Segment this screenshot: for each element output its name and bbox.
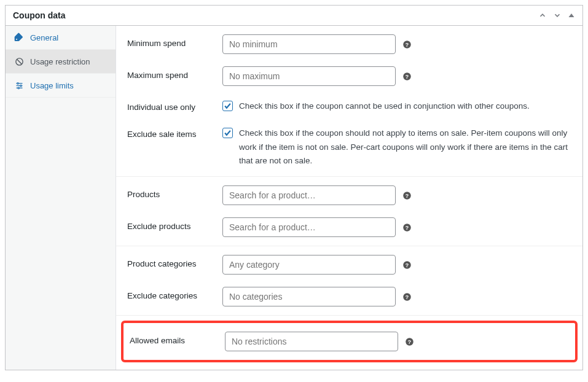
products-input[interactable]	[222, 185, 396, 205]
chevron-up-icon[interactable]	[538, 11, 547, 20]
field-row-exclude-sale-items: Exclude sale items Check this box if the…	[116, 119, 582, 174]
help-icon[interactable]: ?	[402, 190, 412, 200]
svg-point-8	[18, 87, 20, 89]
field-row-products: Products ?	[116, 179, 582, 211]
svg-point-7	[20, 85, 22, 87]
exclude-sale-items-checkbox[interactable]	[222, 128, 233, 138]
exclude-products-label: Exclude products	[127, 217, 222, 231]
block-icon	[14, 57, 24, 66]
sliders-icon	[14, 80, 24, 90]
exclude-sale-items-description: Check this box if the coupon should not …	[239, 127, 571, 168]
help-icon[interactable]: ?	[402, 222, 412, 232]
svg-text:?: ?	[405, 262, 408, 268]
tag-icon	[14, 33, 24, 42]
chevron-down-icon[interactable]	[553, 11, 562, 20]
exclude-categories-label: Exclude categories	[127, 287, 222, 300]
allowed-emails-label: Allowed emails	[130, 332, 225, 345]
tab-usage-restriction[interactable]: Usage restriction	[6, 50, 116, 74]
svg-line-2	[17, 59, 22, 64]
panel-header: Coupon data	[6, 6, 582, 26]
panel-title: Coupon data	[13, 10, 66, 20]
exclude-products-input[interactable]	[222, 217, 396, 237]
minimum-spend-input[interactable]	[222, 34, 396, 54]
exclude-categories-input[interactable]	[222, 287, 396, 306]
field-row-exclude-products: Exclude products ?	[116, 211, 582, 243]
collapse-panel-icon[interactable]	[568, 12, 575, 19]
tab-usage-limits-label: Usage limits	[30, 81, 74, 90]
tabs-sidebar: General Usage restriction Usage limits	[6, 26, 116, 370]
minimum-spend-label: Minimum spend	[127, 34, 222, 48]
exclude-sale-items-label: Exclude sale items	[127, 125, 222, 139]
tab-general-label: General	[30, 33, 58, 42]
individual-use-checkbox[interactable]	[222, 101, 233, 111]
svg-text:?: ?	[405, 41, 408, 47]
content-panel: Minimum spend ? Maximum spend	[116, 26, 582, 370]
svg-text:?: ?	[405, 192, 408, 198]
svg-text:?: ?	[405, 224, 408, 230]
svg-text:?: ?	[405, 73, 408, 79]
svg-text:?: ?	[407, 338, 410, 345]
product-categories-input[interactable]	[222, 255, 396, 275]
help-icon[interactable]: ?	[402, 71, 412, 81]
field-row-exclude-categories: Exclude categories ?	[116, 281, 582, 313]
maximum-spend-input[interactable]	[222, 66, 396, 86]
svg-marker-0	[569, 14, 574, 17]
field-row-individual-use: Individual use only Check this box if th…	[116, 92, 582, 119]
svg-point-6	[17, 82, 18, 84]
field-row-product-categories: Product categories ?	[116, 249, 582, 281]
products-label: Products	[127, 185, 222, 199]
field-row-maximum-spend: Maximum spend ?	[116, 60, 582, 92]
field-row-minimum-spend: Minimum spend ?	[116, 28, 582, 60]
coupon-data-panel: Coupon data General	[5, 5, 583, 370]
allowed-emails-input[interactable]	[225, 332, 398, 351]
field-row-allowed-emails: Allowed emails ?	[121, 321, 578, 362]
tab-usage-limits[interactable]: Usage limits	[6, 74, 116, 98]
help-icon[interactable]: ?	[402, 39, 412, 49]
svg-text:?: ?	[405, 294, 408, 300]
help-icon[interactable]: ?	[402, 292, 412, 302]
tab-general[interactable]: General	[6, 26, 116, 50]
tab-usage-restriction-label: Usage restriction	[30, 57, 90, 66]
individual-use-description: Check this box if the coupon cannot be u…	[239, 99, 530, 113]
individual-use-label: Individual use only	[127, 98, 222, 112]
maximum-spend-label: Maximum spend	[127, 66, 222, 80]
product-categories-label: Product categories	[127, 255, 222, 268]
help-icon[interactable]: ?	[404, 337, 414, 346]
help-icon[interactable]: ?	[402, 260, 412, 270]
